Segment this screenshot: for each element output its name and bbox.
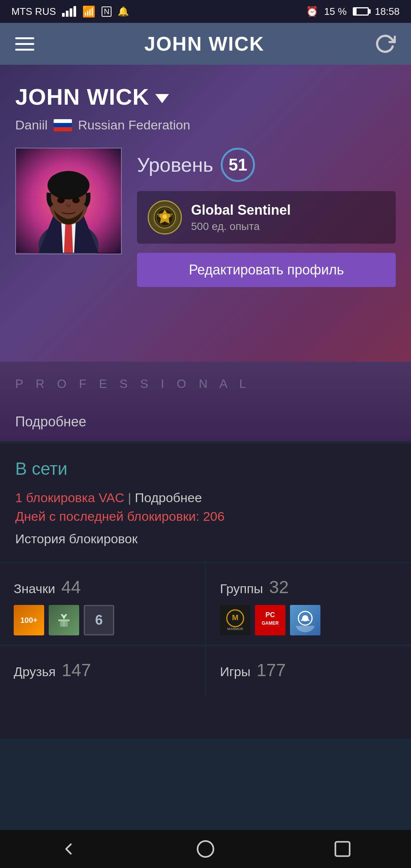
rank-name: Global Sentinel (191, 202, 291, 218)
svg-text:MARMOR: MARMOR (227, 627, 243, 631)
rank-xp: 500 ед. опыта (191, 220, 291, 233)
groups-count: 32 (269, 577, 288, 597)
badge-gift-icon (49, 605, 79, 635)
badges-cell[interactable]: Значки 44 100+ 6 (0, 563, 205, 645)
profile-sub: Daniil Russian Federation (15, 118, 396, 132)
badge-6-icon: 6 (84, 605, 114, 635)
groups-icons: M MARMOR PC GAMER (220, 605, 397, 635)
profile-info-col: Уровень 51 (137, 148, 396, 287)
nfc-icon: N (102, 6, 112, 17)
svg-point-23 (198, 841, 213, 857)
profile-main: Уровень 51 (15, 148, 396, 287)
vac-more-link[interactable]: Подробнее (135, 490, 202, 505)
bottom-nav (0, 830, 411, 868)
top-nav: JOHN WICK (0, 23, 411, 65)
games-label: Игры (220, 664, 250, 679)
vac-warning: 1 блокировка VAC | Подробнее (15, 490, 396, 505)
groups-cell[interactable]: Группы 32 M MARMOR PC GAMER (206, 563, 411, 645)
page-title: JOHN WICK (144, 32, 264, 55)
vac-separator: | (128, 490, 135, 505)
wifi-icon: 📶 (82, 5, 96, 18)
svg-point-22 (302, 615, 308, 621)
online-title: В сети (15, 458, 396, 479)
profile-section: JOHN WICK Daniil Russian Federation (0, 65, 411, 362)
svg-text:PC: PC (265, 611, 275, 619)
games-header: Игры 177 (220, 660, 397, 680)
real-name: Daniil (15, 118, 48, 132)
back-button[interactable] (53, 834, 84, 864)
signal-icon (62, 6, 76, 17)
status-bar-left: MTS RUS 📶 N 🔔 (11, 5, 129, 18)
svg-point-5 (57, 197, 65, 203)
more-link[interactable]: Подробнее (15, 414, 86, 429)
svg-rect-24 (335, 842, 350, 856)
battery-icon (353, 7, 369, 16)
country-flag (54, 119, 72, 131)
country-name: Russian Federation (78, 118, 190, 132)
online-section: В сети 1 блокировка VAC | Подробнее Дней… (0, 443, 411, 562)
avatar (15, 148, 122, 254)
professional-section: P R O F E S S I O N A L Подробнее (0, 362, 411, 441)
level-label: Уровень (137, 153, 213, 176)
vac-days: Дней с последней блокировки: 206 (15, 509, 396, 524)
vac-ban-text: 1 блокировка VAC (15, 490, 124, 505)
notification-icon: 🔔 (118, 6, 129, 17)
badges-label: Значки (14, 581, 55, 596)
svg-point-9 (162, 214, 167, 219)
badges-header: Значки 44 (14, 577, 191, 597)
level-row: Уровень 51 (137, 148, 396, 182)
games-count: 177 (256, 660, 286, 680)
username-dropdown[interactable] (155, 94, 169, 103)
recent-button[interactable] (327, 834, 358, 864)
group-marmor-icon: M MARMOR (220, 605, 250, 635)
carrier-text: MTS RUS (11, 6, 56, 18)
badges-icons: 100+ 6 (14, 605, 191, 635)
svg-rect-17 (255, 605, 285, 635)
status-bar-right: ⏰ 15 % 18:58 (306, 6, 400, 18)
svg-text:M: M (232, 613, 239, 622)
games-cell[interactable]: Игры 177 (206, 646, 411, 697)
group-pcgamer-icon: PC GAMER (255, 605, 285, 635)
svg-text:GAMER: GAMER (262, 621, 279, 626)
friends-count: 147 (62, 660, 91, 680)
friends-label: Друзья (14, 664, 56, 679)
ban-history-link[interactable]: История блокировок (15, 531, 396, 546)
time-text: 18:58 (375, 6, 400, 18)
profile-username: JOHN WICK (15, 84, 149, 110)
friends-cell[interactable]: Друзья 147 (0, 646, 205, 697)
rank-icon (148, 200, 182, 235)
profile-name-row: JOHN WICK (15, 84, 396, 110)
alarm-icon: ⏰ (306, 6, 318, 18)
rank-text: Global Sentinel 500 ед. опыта (191, 202, 291, 233)
refresh-button[interactable] (374, 33, 396, 54)
badge-100-icon: 100+ (14, 605, 44, 635)
badges-count: 44 (61, 577, 81, 597)
edit-profile-button[interactable]: Редактировать профиль (137, 253, 396, 287)
professional-label: P R O F E S S I O N A L (15, 377, 396, 391)
battery-text: 15 % (324, 6, 347, 18)
friends-header: Друзья 147 (14, 660, 191, 680)
status-bar: MTS RUS 📶 N 🔔 ⏰ 15 % 18:58 (0, 0, 411, 23)
svg-point-4 (48, 171, 89, 199)
rank-card: Global Sentinel 500 ед. опыта (137, 191, 396, 244)
level-badge: 51 (221, 148, 255, 182)
group-steam-icon (290, 605, 320, 635)
stats-grid: Значки 44 100+ 6 Группы 32 (0, 563, 411, 697)
menu-button[interactable] (15, 37, 34, 51)
svg-point-6 (72, 197, 80, 203)
groups-label: Группы (220, 581, 263, 596)
groups-header: Группы 32 (220, 577, 397, 597)
home-button[interactable] (190, 834, 221, 864)
